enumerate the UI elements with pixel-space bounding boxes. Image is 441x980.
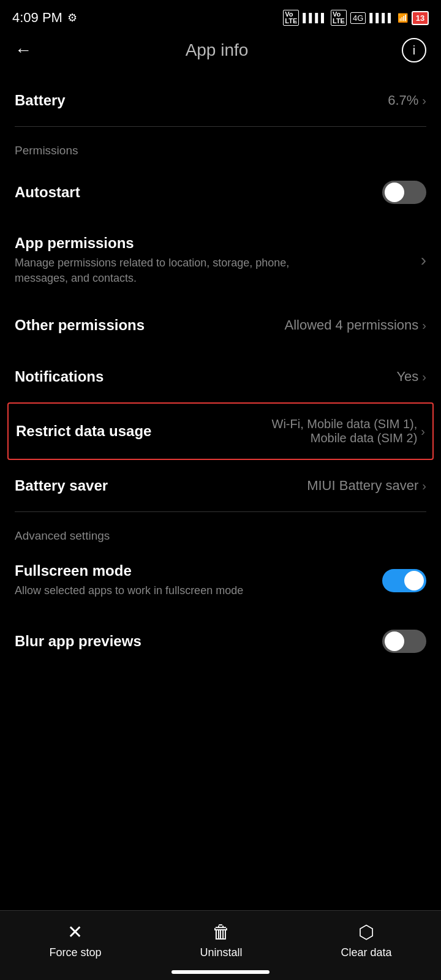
- status-icons: VoLTE ▌▌▌▌ VoLTE 4G ▌▌▌▌ 📶 13: [283, 10, 429, 26]
- restrict-data-usage-value: Wi-Fi, Mobile data (SIM 1), Mobile data …: [254, 417, 425, 445]
- clear-data-label: Clear data: [341, 946, 391, 959]
- fullscreen-mode-desc: Allow selected apps to work in fullscree…: [15, 583, 333, 598]
- notifications-chevron-icon: ›: [422, 370, 426, 384]
- force-stop-label: Force stop: [49, 946, 101, 959]
- status-bar: 4:09 PM ⚙ VoLTE ▌▌▌▌ VoLTE 4G ▌▌▌▌ 📶 13: [0, 0, 441, 32]
- battery-saver-chevron-icon: ›: [422, 479, 426, 493]
- volte1-icon: VoLTE: [283, 10, 299, 26]
- autostart-toggle[interactable]: [382, 181, 426, 204]
- other-permissions-label: Other permissions: [15, 317, 145, 334]
- restrict-data-chevron-icon: ›: [421, 424, 425, 439]
- force-stop-button[interactable]: ✕ Force stop: [49, 923, 101, 959]
- notifications-row[interactable]: Notifications Yes ›: [15, 351, 426, 402]
- blur-app-previews-label: Blur app previews: [15, 633, 141, 650]
- battery-value: 6.7% ›: [388, 92, 426, 108]
- notifications-label: Notifications: [15, 368, 104, 385]
- wifi-icon: 📶: [398, 13, 408, 23]
- settings-gear-icon: ⚙: [67, 11, 77, 24]
- fullscreen-toggle[interactable]: [382, 569, 426, 592]
- blur-toggle-knob: [385, 631, 404, 651]
- clear-data-button[interactable]: ⬡ Clear data: [341, 923, 391, 959]
- other-permissions-chevron-icon: ›: [422, 318, 426, 333]
- battery-icon: 13: [412, 11, 429, 25]
- other-permissions-value: Allowed 4 permissions ›: [284, 317, 426, 333]
- force-stop-icon: ✕: [67, 923, 83, 941]
- fullscreen-mode-title: Fullscreen mode: [15, 562, 382, 579]
- restrict-data-usage-row[interactable]: Restrict data usage Wi-Fi, Mobile data (…: [7, 402, 434, 460]
- app-permissions-chevron-icon: ›: [421, 251, 426, 270]
- uninstall-icon: 🗑: [212, 923, 230, 941]
- notifications-value: Yes ›: [396, 369, 426, 385]
- blur-app-previews-row[interactable]: Blur app previews: [15, 612, 426, 763]
- 4g-icon: 4G: [350, 12, 366, 24]
- fullscreen-mode-row[interactable]: Fullscreen mode Allow selected apps to w…: [15, 549, 426, 612]
- battery-label: Battery: [15, 92, 66, 109]
- clear-data-icon: ⬡: [358, 923, 374, 941]
- app-permissions-desc: Manage permissions related to location, …: [15, 255, 333, 286]
- main-content: Battery 6.7% › Permissions Autostart App…: [0, 75, 441, 763]
- signal1-icon: ▌▌▌▌: [303, 13, 327, 23]
- app-header: ← App info i: [0, 32, 441, 75]
- bottom-actions: ✕ Force stop 🗑 Uninstall ⬡ Clear data: [0, 911, 441, 967]
- permissions-section-label: Permissions: [15, 127, 426, 164]
- other-permissions-row[interactable]: Other permissions Allowed 4 permissions …: [15, 300, 426, 351]
- status-time: 4:09 PM ⚙: [12, 10, 77, 26]
- advanced-settings-label: Advanced settings: [15, 512, 426, 549]
- battery-saver-value: MIUI Battery saver ›: [307, 478, 426, 494]
- back-button[interactable]: ←: [15, 40, 32, 60]
- battery-saver-row[interactable]: Battery saver MIUI Battery saver ›: [15, 460, 426, 511]
- autostart-row[interactable]: Autostart: [15, 164, 426, 221]
- app-permissions-title: App permissions: [15, 235, 413, 252]
- app-permissions-row[interactable]: App permissions Manage permissions relat…: [15, 221, 426, 300]
- volte2-icon: VoLTE: [331, 10, 347, 26]
- battery-saver-label: Battery saver: [15, 477, 108, 494]
- uninstall-button[interactable]: 🗑 Uninstall: [200, 923, 242, 959]
- signal2-icon: ▌▌▌▌: [369, 13, 394, 23]
- blur-toggle[interactable]: [382, 630, 426, 653]
- autostart-toggle-knob: [385, 183, 404, 202]
- uninstall-label: Uninstall: [200, 946, 242, 959]
- info-button[interactable]: i: [402, 38, 426, 62]
- bottom-bar: ✕ Force stop 🗑 Uninstall ⬡ Clear data: [0, 910, 441, 980]
- home-indicator: [172, 970, 270, 974]
- page-title: App info: [186, 40, 249, 60]
- battery-row[interactable]: Battery 6.7% ›: [15, 75, 426, 126]
- restrict-data-usage-label: Restrict data usage: [16, 423, 151, 440]
- fullscreen-toggle-knob: [404, 571, 424, 590]
- autostart-label: Autostart: [15, 184, 80, 201]
- battery-chevron-icon: ›: [422, 94, 426, 108]
